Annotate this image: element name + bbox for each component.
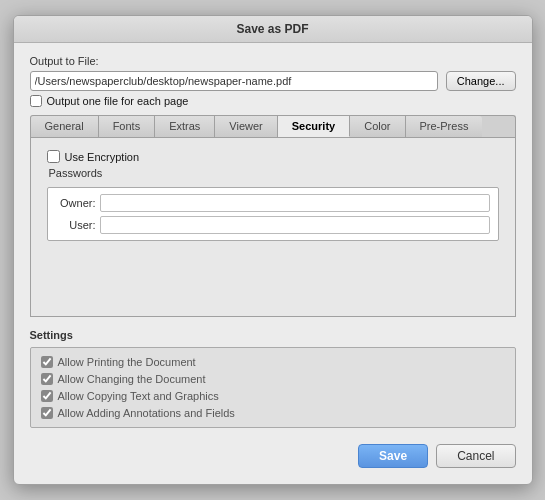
tab-prepress[interactable]: Pre-Press	[406, 116, 483, 137]
output-section: Output to File: Change... Output one fil…	[30, 55, 516, 107]
dialog-body: Output to File: Change... Output one fil…	[14, 43, 532, 484]
user-label: User:	[56, 219, 96, 231]
one-file-per-page-row: Output one file for each page	[30, 95, 516, 107]
tab-security[interactable]: Security	[278, 116, 350, 137]
owner-password-input[interactable]	[100, 194, 490, 212]
settings-item-1: Allow Changing the Document	[41, 373, 505, 385]
change-button[interactable]: Change...	[446, 71, 516, 91]
tab-color[interactable]: Color	[350, 116, 405, 137]
allow-copying-checkbox[interactable]	[41, 390, 53, 402]
allow-changing-label: Allow Changing the Document	[58, 373, 206, 385]
settings-section: Settings Allow Printing the Document All…	[30, 329, 516, 428]
one-file-per-page-label: Output one file for each page	[47, 95, 189, 107]
tab-fonts[interactable]: Fonts	[99, 116, 156, 137]
one-file-per-page-checkbox[interactable]	[30, 95, 42, 107]
allow-changing-checkbox[interactable]	[41, 373, 53, 385]
passwords-label: Passwords	[49, 167, 499, 179]
settings-item-0: Allow Printing the Document	[41, 356, 505, 368]
save-button[interactable]: Save	[358, 444, 428, 468]
dialog: Save as PDF Output to File: Change... Ou…	[13, 15, 533, 485]
settings-box: Allow Printing the Document Allow Changi…	[30, 347, 516, 428]
tabs-bar: General Fonts Extras Viewer Security Col…	[30, 115, 516, 137]
dialog-title: Save as PDF	[236, 22, 308, 36]
allow-printing-checkbox[interactable]	[41, 356, 53, 368]
allow-copying-label: Allow Copying Text and Graphics	[58, 390, 219, 402]
allow-annotations-checkbox[interactable]	[41, 407, 53, 419]
output-label: Output to File:	[30, 55, 516, 67]
use-encryption-label: Use Encryption	[65, 151, 140, 163]
tab-viewer[interactable]: Viewer	[215, 116, 277, 137]
settings-item-3: Allow Adding Annotations and Fields	[41, 407, 505, 419]
file-path-input[interactable]	[30, 71, 438, 91]
use-encryption-checkbox[interactable]	[47, 150, 60, 163]
user-password-input[interactable]	[100, 216, 490, 234]
owner-field-row: Owner:	[56, 194, 490, 212]
title-bar: Save as PDF	[14, 16, 532, 43]
allow-annotations-label: Allow Adding Annotations and Fields	[58, 407, 235, 419]
tab-content-security: Use Encryption Passwords Owner: User:	[30, 137, 516, 317]
cancel-button[interactable]: Cancel	[436, 444, 515, 468]
tabs-container: General Fonts Extras Viewer Security Col…	[30, 115, 516, 317]
footer-buttons: Save Cancel	[30, 444, 516, 468]
allow-printing-label: Allow Printing the Document	[58, 356, 196, 368]
tab-general[interactable]: General	[31, 116, 99, 137]
password-fields: Owner: User:	[47, 187, 499, 241]
tab-extras[interactable]: Extras	[155, 116, 215, 137]
settings-label: Settings	[30, 329, 516, 341]
user-field-row: User:	[56, 216, 490, 234]
owner-label: Owner:	[56, 197, 96, 209]
file-path-row: Change...	[30, 71, 516, 91]
use-encryption-row: Use Encryption	[47, 150, 499, 163]
settings-item-2: Allow Copying Text and Graphics	[41, 390, 505, 402]
